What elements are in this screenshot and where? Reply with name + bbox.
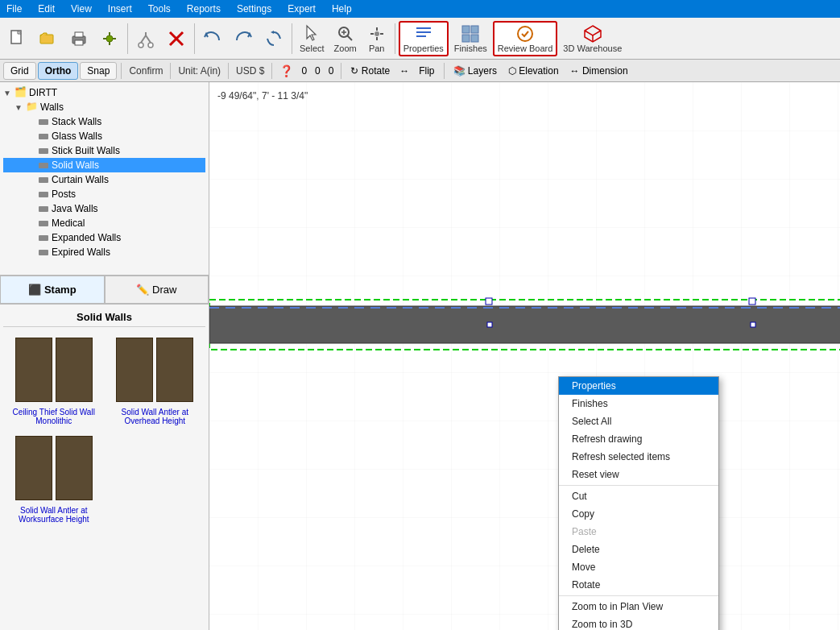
tree-item-curtain-walls[interactable]: Curtain Walls [3, 172, 205, 187]
menu-settings[interactable]: Settings [234, 2, 275, 16]
menu-edit[interactable]: Edit [35, 2, 58, 16]
redo-button[interactable] [229, 21, 258, 56]
cm-item-copy[interactable]: Copy [559, 505, 718, 523]
menu-reports[interactable]: Reports [184, 2, 224, 16]
menu-expert[interactable]: Expert [284, 2, 319, 16]
sep3 [292, 23, 292, 54]
tree-label-glass-walls: Glass Walls [52, 131, 102, 142]
currency-label: USD $ [233, 65, 267, 77]
wall-item-0[interactable]: Ceiling Thief Solid Wall Monolithic [6, 334, 101, 425]
cm-item-select-all[interactable]: Select All [559, 412, 718, 430]
tree-item-stack-walls[interactable]: Stack Walls [3, 114, 205, 129]
svg-rect-29 [39, 177, 48, 183]
cm-item-zoom-to-in-plan-view[interactable]: Zoom to in Plan View [559, 598, 718, 615]
cm-item-cut[interactable]: Cut [559, 487, 718, 505]
menu-insert[interactable]: Insert [105, 2, 135, 16]
open-button[interactable] [34, 21, 63, 56]
cm-item-delete[interactable]: Delete [559, 541, 718, 558]
canvas-area[interactable]: -9 49/64", 7' - 11 3/4" [209, 82, 840, 630]
wall-block-0-0 [15, 338, 52, 402]
tree-label-stick-built: Stick Built Walls [52, 145, 120, 156]
cm-item-move[interactable]: Move [559, 558, 718, 576]
cut-toolbar-button[interactable] [131, 21, 160, 56]
tree-item-glass-walls[interactable]: Glass Walls [3, 129, 205, 143]
tree-icon-solid-walls [37, 159, 50, 172]
svg-point-6 [139, 43, 143, 48]
zoom-button[interactable]: Zoom [330, 21, 361, 56]
tree-label-expanded-walls: Expanded Walls [52, 232, 121, 243]
sep-tb2-1 [121, 63, 122, 79]
tree-item-stick-built[interactable]: Stick Built Walls [3, 143, 205, 158]
stamp-draw-tabs: ⬛ Stamp ✏️ Draw [0, 276, 209, 305]
tree-item-walls[interactable]: ▼📁Walls [3, 100, 205, 114]
ortho-button[interactable]: Ortho [38, 62, 79, 80]
tree-expand-walls[interactable]: ▼ [14, 103, 26, 112]
tree-item-posts[interactable]: Posts [3, 187, 205, 201]
svg-rect-42 [751, 322, 755, 327]
sep-tb2-5 [341, 63, 341, 79]
tree-item-dirtt[interactable]: ▼🗂️DIRTT [3, 85, 205, 100]
refresh-button[interactable] [259, 21, 288, 56]
review-board-button[interactable]: Review Board [493, 21, 557, 56]
svg-rect-26 [39, 134, 48, 139]
svg-rect-41 [749, 298, 755, 305]
tree-item-medical[interactable]: Medical [3, 216, 205, 230]
tree-item-java-walls[interactable]: Java Walls [3, 201, 205, 216]
menu-tools[interactable]: Tools [145, 2, 174, 16]
cm-item-properties[interactable]: Properties [559, 377, 718, 395]
draw-tab[interactable]: ✏️ Draw [105, 276, 209, 304]
wall-item-1[interactable]: Solid Wall Antler at Overhead Height [108, 334, 203, 425]
svg-line-12 [347, 35, 352, 40]
wall-item-2[interactable]: Solid Wall Antler at Worksurface Height [6, 432, 101, 524]
delete-toolbar-button[interactable] [162, 21, 191, 56]
snap-button[interactable]: Snap [80, 62, 117, 80]
svg-rect-22 [471, 35, 478, 42]
select-button[interactable]: Select [296, 21, 329, 56]
draw-icon: ✏️ [136, 284, 149, 296]
tree-area[interactable]: ▼🗂️DIRTT▼📁WallsStack WallsGlass WallsSti… [0, 82, 209, 276]
tree-label-expired-walls: Expired Walls [52, 247, 110, 258]
sep4 [395, 23, 395, 54]
cm-item-rotate[interactable]: Rotate [559, 576, 718, 594]
cm-item-zoom-to-in-3d[interactable]: Zoom to in 3D [559, 615, 718, 630]
wall-thumb-2 [10, 432, 98, 504]
cm-item-refresh-drawing[interactable]: Refresh drawing [559, 430, 718, 448]
cm-item-refresh-selected-items[interactable]: Refresh selected items [559, 448, 718, 466]
tree-item-expanded-walls[interactable]: Expanded Walls [3, 230, 205, 245]
walls-panel: Solid Walls Ceiling Thief Solid Wall Mon… [0, 305, 209, 630]
wall-block-2-0 [15, 436, 52, 500]
cm-item-reset-view[interactable]: Reset view [559, 466, 718, 483]
cm-separator-13 [559, 595, 718, 596]
tree-expand-dirtt[interactable]: ▼ [3, 89, 14, 97]
stamp-tab[interactable]: ⬛ Stamp [0, 276, 105, 304]
svg-rect-37 [209, 306, 840, 343]
cm-item-finishes[interactable]: Finishes [559, 395, 718, 412]
tree-item-solid-walls[interactable]: Solid Walls [3, 158, 205, 172]
tree-item-expired-walls[interactable]: Expired Walls [3, 245, 205, 259]
properties-button[interactable]: Properties [399, 21, 449, 56]
undo-button[interactable] [198, 21, 227, 56]
menu-file[interactable]: File [3, 2, 25, 16]
grid-button[interactable]: Grid [3, 62, 36, 80]
stamp-label: Stamp [44, 284, 77, 296]
svg-rect-30 [39, 192, 48, 197]
new-button[interactable] [3, 21, 32, 56]
cm-item-paste: Paste [559, 523, 718, 541]
svg-rect-33 [39, 235, 48, 241]
tree-icon-glass-walls [37, 130, 50, 143]
menu-help[interactable]: Help [329, 2, 355, 16]
tree-icon-java-walls [37, 202, 50, 215]
settings-button[interactable] [95, 21, 124, 56]
tree-label-dirtt: DIRTT [29, 87, 57, 98]
finishes-button[interactable]: Finishes [450, 21, 491, 56]
zoom-label: Zoom [334, 44, 357, 53]
pan-button[interactable]: Pan [362, 21, 391, 56]
tree-icon-walls: 📁 [26, 101, 39, 114]
print-button[interactable] [64, 21, 93, 56]
wall-block-2-1 [56, 436, 93, 500]
wall-caption-2: Solid Wall Antler at Worksurface Height [6, 506, 101, 524]
finishes-label: Finishes [454, 44, 487, 53]
menu-view[interactable]: View [68, 2, 95, 16]
3d-warehouse-button[interactable]: 3D Warehouse [559, 21, 626, 56]
rotate-label: ↻ Rotate [346, 65, 395, 77]
